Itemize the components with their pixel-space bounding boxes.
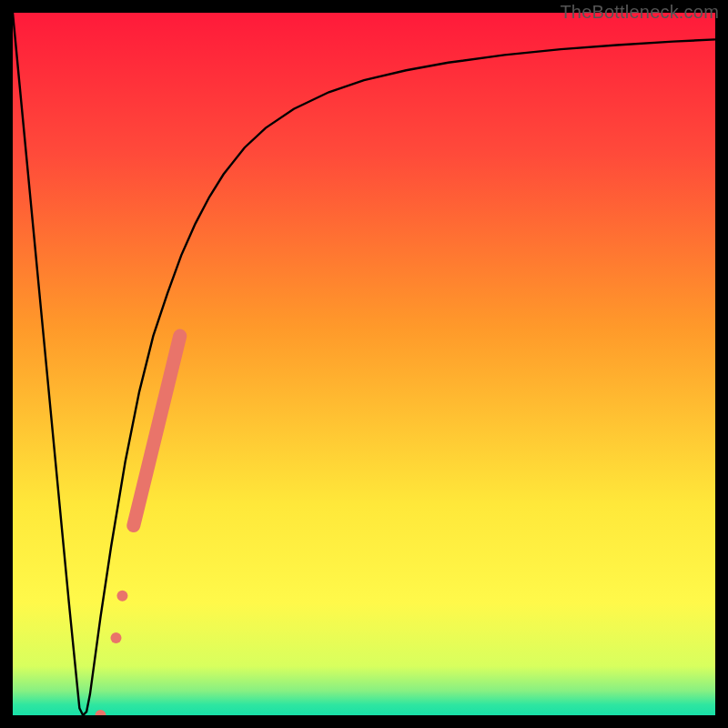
bottleneck-chart	[13, 13, 715, 715]
highlight-dot	[110, 632, 121, 643]
chart-frame	[13, 13, 715, 715]
watermark-text: TheBottleneck.com	[560, 2, 719, 23]
gradient-background	[13, 13, 715, 715]
highlight-dot	[116, 591, 127, 602]
